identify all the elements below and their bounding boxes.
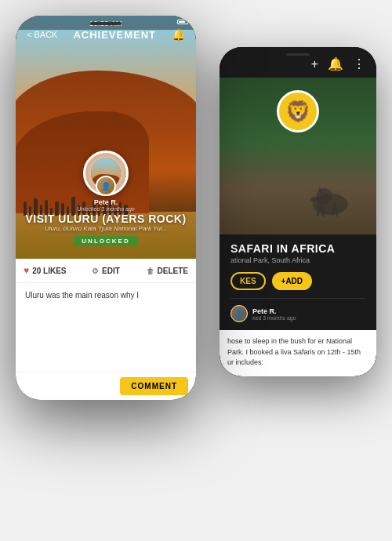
back-button[interactable]: < BACK [27,30,57,39]
likes-count: 20 LIKES [32,267,66,275]
plus-icon[interactable]: + [311,57,318,71]
user-avatar: 👤 [96,176,116,196]
edit-icon: ⚙ [92,267,99,275]
actions-row: ♥ 20 LIKES ⚙ EDIT 🗑 DELETE [16,259,196,283]
back-user-row: 👤 Pete R. ked 3 months ago [230,298,365,322]
back-content-area: SAFARI IN AFRICA ational Park, South Afr… [220,234,376,330]
unlocked-badge: UNLOCKED [74,236,137,246]
back-subtitle: ational Park, South Africa [230,256,365,264]
likes-action[interactable]: ♥ 20 LIKES [24,265,78,276]
phone-front: 10:39 AM < BACK ACHIEVEMENT 🔔 [16,16,196,400]
back-user-avatar: 👤 [230,305,248,322]
front-hero-image: 10:39 AM < BACK ACHIEVEMENT 🔔 [16,16,196,259]
bell-icon[interactable]: 🔔 [328,56,343,71]
elephant-icon [302,172,365,219]
svg-point-1 [316,188,332,205]
back-body-text: hose to sleep in the bush for er Nationa… [220,330,376,376]
delete-action[interactable]: 🗑 DELETE [133,267,188,275]
back-user-name: Pete R. [252,307,296,315]
edit-label: EDIT [102,267,120,275]
back-hero-image: 🦁 [220,78,376,234]
scene: + 🔔 ⋮ 🦁 [0,0,392,541]
user-name: Pete R. [94,198,118,206]
back-action-buttons: KES +ADD [230,272,365,290]
back-title: SAFARI IN AFRICA [230,242,365,255]
front-phone-speaker [90,22,122,25]
place-subtitle: Uluru, 0Uluru Kata Tjuta National Park Y… [16,225,196,232]
back-user-info: Pete R. ked 3 months ago [252,307,296,321]
back-user-time: ked 3 months ago [252,315,296,321]
back-achievement-badge: 🦁 [277,90,319,133]
heart-icon: ♥ [24,265,29,276]
comment-button[interactable]: COMMENT [120,377,188,395]
front-nav-bar: < BACK ACHIEVEMENT 🔔 [16,28,196,41]
user-unlock-time: Unlocked 3 months ago [77,206,135,212]
back-add-button[interactable]: +ADD [272,272,313,290]
delete-icon: 🗑 [147,267,154,275]
back-likes-button[interactable]: KES [230,272,266,290]
back-phone-header: + 🔔 ⋮ [220,47,376,78]
back-phone-speaker [286,53,310,56]
location-info: VISIT ULURU (AYERS ROCK) Uluru, 0Uluru K… [16,212,196,246]
battery-indicator [177,20,188,24]
comment-input[interactable] [24,383,120,390]
user-strip: 👤 Pete R. Unlocked 3 months ago [16,176,196,212]
delete-label: DELETE [158,267,188,275]
achievement-body-text: Uluru was the main reason why I [16,283,196,372]
comment-bar: COMMENT [16,372,196,400]
nav-title: ACHIEVEMENT [73,29,156,41]
more-icon[interactable]: ⋮ [353,56,365,71]
edit-action[interactable]: ⚙ EDIT [78,267,133,275]
phone-back: + 🔔 ⋮ 🦁 [220,47,376,376]
front-bottom-area: ♥ 20 LIKES ⚙ EDIT 🗑 DELETE Uluru was the… [16,259,196,400]
nav-bell-icon[interactable]: 🔔 [172,28,185,41]
place-title: VISIT ULURU (AYERS ROCK) [16,212,196,225]
